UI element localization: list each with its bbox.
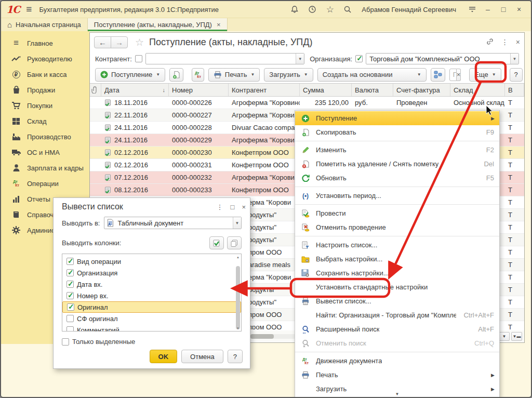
app-title: Бухгалтерия предприятия, редакция 3.0 1С… xyxy=(39,6,219,14)
maximize-button[interactable]: □ xyxy=(497,5,510,14)
column-option[interactable]: Вид операции xyxy=(62,256,241,267)
clear-search-icon[interactable]: × xyxy=(457,69,461,81)
sidebar-item[interactable]: Склад xyxy=(1,113,89,129)
column-option[interactable]: Номер вх. xyxy=(62,290,241,301)
menu-item[interactable]: Изменить F2 xyxy=(295,143,499,157)
related-documents-button[interactable] xyxy=(431,68,445,82)
chevron-down-icon[interactable]: ▼ xyxy=(510,54,518,64)
column-option[interactable]: СФ оригинал xyxy=(62,313,241,324)
menu-item[interactable]: Поступление xyxy=(295,111,499,125)
tab-receipts[interactable]: Поступление (акты, накладные, УПД) × xyxy=(87,18,228,31)
menu-item[interactable]: Пометить на удаление / Снять пометку Del xyxy=(295,157,499,171)
cancel-button[interactable]: Отмена xyxy=(181,350,223,363)
create-receipt-button[interactable]: Поступление ▼ xyxy=(95,68,165,82)
sidebar-item[interactable]: Зарплата и кадры xyxy=(1,160,89,176)
main-menu-icon[interactable]: ≡ xyxy=(26,4,32,15)
menu-item[interactable]: Провести xyxy=(295,206,499,220)
menu-item[interactable]: Установить стандартные настройки xyxy=(295,280,499,294)
search-input[interactable]: Поиск (Ctrl+F) xyxy=(449,69,457,81)
favorite-star-icon[interactable]: ☆ xyxy=(135,36,144,48)
form-close-icon[interactable]: × xyxy=(516,38,520,46)
copy-button[interactable] xyxy=(169,68,183,82)
column-option[interactable]: Дата вх. xyxy=(62,278,241,290)
notifications-icon[interactable] xyxy=(288,4,301,15)
sidebar-item[interactable]: Продажи xyxy=(1,82,89,98)
dialog-help-button[interactable]: ? xyxy=(228,350,243,363)
current-user[interactable]: Абрамов Геннадий Сергеевич xyxy=(362,6,456,14)
menu-item[interactable]: Настроить список... xyxy=(295,238,499,252)
scroll-down-button[interactable]: ▼ xyxy=(499,332,510,341)
column-checkbox[interactable] xyxy=(66,281,74,288)
sidebar-item[interactable]: ОС и НМА xyxy=(1,144,89,160)
get-link-icon[interactable] xyxy=(486,37,494,47)
menu-item[interactable]: (•) Установить период... xyxy=(295,189,499,203)
sidebar-item[interactable]: ДтКт Операции xyxy=(1,176,89,191)
dtkt-button[interactable]: ДтКт xyxy=(192,68,204,82)
uncheck-all-button[interactable] xyxy=(227,236,242,249)
back-button[interactable]: ← xyxy=(94,36,111,48)
favorites-icon[interactable]: ☆ xyxy=(323,4,337,15)
menu-item[interactable]: ДтКт Движения документа xyxy=(295,354,499,368)
sidebar-item[interactable]: Производство xyxy=(1,129,89,144)
organization-checkbox[interactable] xyxy=(355,55,363,62)
sidebar-item[interactable]: Руководителю xyxy=(1,51,89,67)
table-row[interactable]: 18.11.2016 0000-000226 Агроферма "Корови… xyxy=(90,97,524,109)
scrollbar-thumb[interactable] xyxy=(236,266,240,329)
menu-item[interactable]: Выбрать настройки... xyxy=(295,252,499,266)
form-more-icon[interactable]: ⋮ xyxy=(501,38,509,46)
column-checkbox[interactable] xyxy=(66,258,74,265)
search-icon[interactable] xyxy=(341,4,354,15)
forward-button[interactable]: → xyxy=(111,36,128,48)
sidebar-item[interactable]: ₽ Банк и касса xyxy=(1,67,89,82)
create-based-button[interactable]: Создать на основании ▼ xyxy=(317,68,427,82)
menu-item[interactable]: Сохранить настройки... xyxy=(295,266,499,280)
sidebar-item[interactable]: Покупки xyxy=(1,98,89,113)
chevron-down-icon[interactable]: ▼ xyxy=(296,54,304,64)
menu-scroll-down-icon[interactable]: ▼ xyxy=(295,392,499,396)
menu-item-output-list[interactable]: Вывести список... xyxy=(295,294,499,308)
column-checkbox[interactable] xyxy=(66,315,74,322)
counterparty-combo[interactable]: ▼ xyxy=(145,53,304,64)
menu-item[interactable]: Отменить поиск Ctrl+Q xyxy=(295,336,499,350)
more-button[interactable]: Еще ▼ xyxy=(469,68,501,82)
menu-item[interactable]: Найти: Организация - Торговый дом "Компл… xyxy=(295,308,499,322)
column-option[interactable]: Оригинал xyxy=(62,301,241,313)
only-selected-checkbox[interactable] xyxy=(62,338,69,346)
organization-combo[interactable]: Торговый дом "Комплексный" ООО ▼ xyxy=(366,53,519,64)
dialog-maximize-icon[interactable]: □ xyxy=(231,203,235,211)
chevron-down-icon[interactable]: ▼ xyxy=(233,217,241,229)
menu-item[interactable]: Обновить F5 xyxy=(295,171,499,185)
column-checkbox[interactable] xyxy=(67,303,74,311)
tab-close-icon[interactable]: × xyxy=(217,21,221,29)
form-header: ← → ☆ Поступление (акты, накладные, УПД)… xyxy=(90,33,524,51)
menu-item[interactable]: Расширенный поиск Alt+F xyxy=(295,322,499,336)
close-button[interactable]: × xyxy=(512,5,526,14)
column-checkbox[interactable] xyxy=(66,292,74,299)
dialog-list-scrollbar[interactable]: ▲ ▼ xyxy=(235,256,241,329)
column-option[interactable]: Комментарий xyxy=(62,324,241,331)
column-checkbox[interactable] xyxy=(66,269,74,276)
ok-button[interactable]: OK xyxy=(150,350,178,363)
service-settings-icon[interactable] xyxy=(466,4,479,15)
table-header[interactable]: Дата↓ Номер Контрагент Сумма Валюта Счет… xyxy=(90,84,524,97)
minimize-button[interactable]: – xyxy=(481,5,495,14)
help-button[interactable]: ? xyxy=(510,68,523,82)
column-option[interactable]: Организация xyxy=(62,267,241,278)
dialog-columns-list[interactable]: Вид операции Организация Дата вх. Номер … xyxy=(62,254,242,331)
dialog-close-icon[interactable]: × xyxy=(242,203,246,211)
scroll-to-end-button[interactable]: ▼▬ xyxy=(511,332,522,341)
history-icon[interactable] xyxy=(305,4,319,15)
counterparty-checkbox[interactable] xyxy=(135,55,142,62)
tab-home[interactable]: ⌂ Начальная страница xyxy=(1,18,87,31)
load-button[interactable]: Загрузить ▼ xyxy=(264,68,313,82)
scrollbar-thumb[interactable] xyxy=(250,334,274,339)
sidebar-item[interactable]: ≡ Главное xyxy=(1,35,89,51)
column-checkbox[interactable] xyxy=(66,326,74,331)
menu-item[interactable]: Скопировать F9 xyxy=(295,125,499,139)
menu-item[interactable]: Печать xyxy=(295,368,499,382)
dialog-more-icon[interactable]: ⋮ xyxy=(217,203,223,211)
print-button[interactable]: Печать ▼ xyxy=(208,68,260,82)
menu-item[interactable]: Отменить проведение xyxy=(295,220,499,234)
output-to-combo[interactable]: Табличный документ ▼ xyxy=(104,217,242,229)
check-all-button[interactable] xyxy=(209,236,224,249)
